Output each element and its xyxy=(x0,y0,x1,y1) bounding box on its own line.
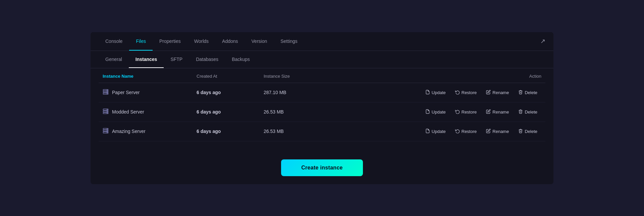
update-icon xyxy=(425,90,430,95)
update-button-paper[interactable]: Update xyxy=(421,88,450,97)
col-header-action: Action xyxy=(529,74,541,79)
create-instance-wrapper: Create instance xyxy=(91,151,553,184)
create-instance-button[interactable]: Create instance xyxy=(281,159,363,176)
nav-settings[interactable]: Settings xyxy=(274,32,304,51)
svg-point-11 xyxy=(107,113,108,114)
row-size-modded: 26.53 MB xyxy=(264,109,331,115)
row-actions-amazing: Update Restore Rename xyxy=(421,127,541,136)
restore-icon xyxy=(455,109,460,115)
update-button-amazing[interactable]: Update xyxy=(421,127,450,136)
nav-worlds[interactable]: Worlds xyxy=(187,32,215,51)
svg-point-16 xyxy=(107,131,108,131)
subnav-backups[interactable]: Backups xyxy=(225,51,257,68)
col-header-name: Instance Name xyxy=(103,74,197,79)
svg-point-4 xyxy=(107,92,108,92)
row-actions-modded: Update Restore Rename xyxy=(421,107,541,117)
svg-point-10 xyxy=(107,111,108,112)
instances-table-area: Instance Name Created At Instance Size A… xyxy=(91,68,553,151)
instance-name-paper: Paper Server xyxy=(112,90,140,95)
row-size-amazing: 26.53 MB xyxy=(264,129,331,134)
restore-button-amazing[interactable]: Restore xyxy=(451,127,481,136)
main-panel: Console Files Properties Worlds Addons V… xyxy=(91,32,553,184)
server-icon xyxy=(103,89,109,96)
update-button-modded[interactable]: Update xyxy=(421,107,450,117)
row-created-amazing: 6 days ago xyxy=(197,129,264,134)
svg-point-9 xyxy=(107,109,108,110)
nav-version[interactable]: Version xyxy=(245,32,274,51)
nav-properties[interactable]: Properties xyxy=(153,32,187,51)
table-row: Paper Server 6 days ago 287.10 MB Update… xyxy=(99,83,545,102)
table-row: Modded Server 6 days ago 26.53 MB Update… xyxy=(99,102,545,122)
update-icon xyxy=(425,109,430,115)
sub-nav: General Instances SFTP Databases Backups xyxy=(91,51,553,68)
rename-icon xyxy=(486,109,491,115)
subnav-general[interactable]: General xyxy=(99,51,129,68)
delete-button-modded[interactable]: Delete xyxy=(514,107,541,117)
row-created-paper: 6 days ago xyxy=(197,90,264,95)
delete-icon xyxy=(518,90,523,95)
restore-icon xyxy=(455,129,460,134)
restore-icon xyxy=(455,90,460,95)
svg-point-3 xyxy=(107,90,108,90)
svg-point-5 xyxy=(107,93,108,94)
delete-button-paper[interactable]: Delete xyxy=(514,88,541,97)
col-header-created: Created At xyxy=(197,74,264,79)
table-header: Instance Name Created At Instance Size A… xyxy=(99,68,545,83)
server-icon xyxy=(103,128,109,135)
rename-button-paper[interactable]: Rename xyxy=(482,88,513,97)
rename-icon xyxy=(486,129,491,134)
table-row: Amazing Server 6 days ago 26.53 MB Updat… xyxy=(99,122,545,141)
subnav-instances[interactable]: Instances xyxy=(129,51,164,68)
expand-icon[interactable]: ↗ xyxy=(540,38,545,45)
restore-button-modded[interactable]: Restore xyxy=(451,107,481,117)
nav-console[interactable]: Console xyxy=(99,32,129,51)
nav-addons[interactable]: Addons xyxy=(215,32,245,51)
restore-button-paper[interactable]: Restore xyxy=(451,88,481,97)
instance-name-amazing: Amazing Server xyxy=(112,129,146,134)
col-header-size: Instance Size xyxy=(264,74,331,79)
svg-point-17 xyxy=(107,132,108,133)
top-nav: Console Files Properties Worlds Addons V… xyxy=(91,32,553,51)
row-created-modded: 6 days ago xyxy=(197,109,264,115)
rename-button-modded[interactable]: Rename xyxy=(482,107,513,117)
rename-icon xyxy=(486,90,491,95)
svg-point-15 xyxy=(107,129,108,129)
subnav-databases[interactable]: Databases xyxy=(189,51,225,68)
delete-button-amazing[interactable]: Delete xyxy=(514,127,541,136)
row-actions-paper: Update Restore Rename xyxy=(421,88,541,97)
rename-button-amazing[interactable]: Rename xyxy=(482,127,513,136)
row-name-modded: Modded Server xyxy=(103,108,197,116)
row-size-paper: 287.10 MB xyxy=(264,90,331,95)
server-icon xyxy=(103,108,109,116)
subnav-sftp[interactable]: SFTP xyxy=(164,51,189,68)
row-name-amazing: Amazing Server xyxy=(103,128,197,135)
nav-files[interactable]: Files xyxy=(129,32,153,51)
delete-icon xyxy=(518,129,523,134)
row-name-paper: Paper Server xyxy=(103,89,197,96)
instance-name-modded: Modded Server xyxy=(112,109,144,115)
delete-icon xyxy=(518,109,523,115)
update-icon xyxy=(425,129,430,134)
